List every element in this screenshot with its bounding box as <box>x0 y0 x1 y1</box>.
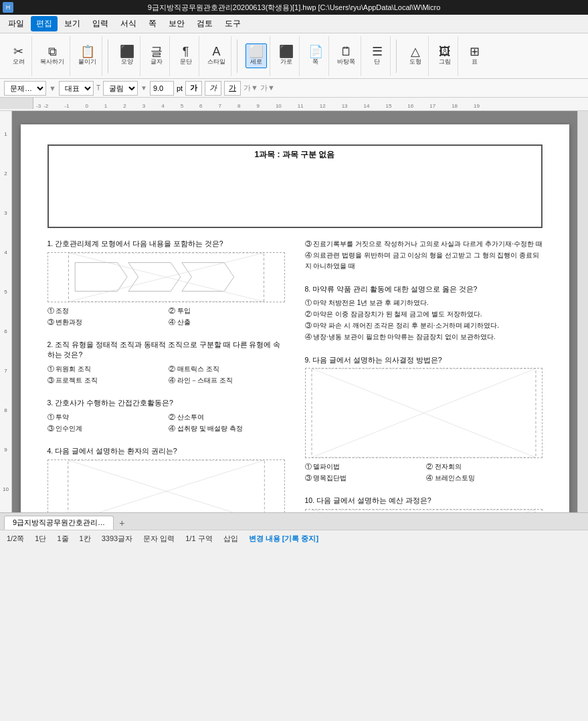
question-4-figure <box>47 459 285 512</box>
tab-bar: 9급지방직공무원간호관리… + <box>0 512 588 530</box>
menu-file[interactable]: 파일 <box>3 16 29 31</box>
page-icon: 📄 <box>308 45 323 58</box>
paste-label: 붙이기 <box>78 58 96 66</box>
char-group: 글 글자 <box>143 36 170 76</box>
menu-page[interactable]: 쪽 <box>143 16 162 31</box>
status-input-mode: 문자 입력 <box>143 534 175 544</box>
status-column: 1단 <box>35 534 46 544</box>
cont-item-4: ④ 의료관련 법령을 위반하며 금고 이상의 형을 선고받고 그 형의 집행이 … <box>305 250 543 272</box>
style-button[interactable]: А 스타일 <box>205 44 228 68</box>
bold-button[interactable]: 가 <box>185 81 202 96</box>
tab-0[interactable]: 9급지방직공무원간호관리… <box>4 516 114 530</box>
italic-button[interactable]: 가 <box>205 81 221 96</box>
style-btn-group: А 스타일 <box>202 36 231 76</box>
question-3: 3. 간호사가 수행하는 간접간호활동은? ① 투약 ② 산소투여 ③ 인수인계… <box>47 398 285 434</box>
picture-group: 🖼 그림 <box>431 36 458 76</box>
ruler-label: 10 <box>276 103 282 109</box>
page-button[interactable]: 📄 쪽 <box>306 44 326 68</box>
copy-label: 복사하기 <box>40 58 64 66</box>
opt-9-3: ③ 명목집단법 <box>305 472 421 484</box>
ruler-label: 17 <box>429 103 435 109</box>
bg-page-label: 바탕쪽 <box>337 58 355 66</box>
cont-item-3: ③ 진료기록부를 거짓으로 작성하거나 고의로 사실과 다르게 추가기재·수정한… <box>305 239 543 249</box>
column-button[interactable]: ☰ 단 <box>369 44 385 68</box>
opt-1-4: ④ 산출 <box>169 316 285 328</box>
ruler-label: -2 <box>43 103 48 109</box>
question-1-options: ① 조정 ② 투입 ③ 변환과정 ④ 산출 <box>47 305 285 328</box>
left-column: 1. 간호관리체계 모형에서 다음 내용을 포함하는 것은? <box>47 239 285 512</box>
status-change-mode: 변경 내용 [기록 중지] <box>249 534 319 544</box>
menu-input[interactable]: 입력 <box>87 16 114 31</box>
para-label: 문단 <box>180 58 192 66</box>
shape-draw-button[interactable]: △ 도형 <box>407 44 424 68</box>
style-arrow: ▼ <box>49 84 56 92</box>
menu-format[interactable]: 서식 <box>115 16 142 31</box>
font-arrow: ▼ <box>140 84 147 92</box>
copy-button[interactable]: ⧉ 복사하기 <box>37 44 67 68</box>
opt-2-4: ④ 라인－스태프 조직 <box>169 375 285 386</box>
cut-icon: ✂ <box>13 45 23 58</box>
ruler-label: 6 <box>199 103 202 109</box>
table-icon: ⊞ <box>470 45 480 58</box>
menu-security[interactable]: 보안 <box>163 16 190 31</box>
picture-button[interactable]: 🖼 그림 <box>436 44 454 68</box>
ruler-label: 9 <box>256 103 259 109</box>
opt-8-3: ③ 마약 파손 시 깨어진 조각은 정리 후 분리·소거하며 폐기하였다. <box>305 320 543 331</box>
question-3-title: 3. 간호사가 수행하는 간접간호활동은? <box>47 398 285 409</box>
clipboard-group: ✂ 오려 <box>5 36 32 76</box>
menu-edit[interactable]: 편집 <box>31 16 58 31</box>
menu-tools[interactable]: 도구 <box>219 16 246 31</box>
char-label: 글자 <box>151 58 163 66</box>
menu-review[interactable]: 검토 <box>191 16 218 31</box>
left-panel: 1 2 3 4 5 6 7 8 9 10 11 12 13 14 15 16 1… <box>0 111 12 512</box>
ruler-label: 14 <box>364 103 370 109</box>
opt-8-1: ① 마약 처방전은 1년 보관 후 폐기하였다. <box>305 298 543 308</box>
shape-draw-group: △ 도형 <box>402 36 429 76</box>
doc-scroll[interactable]: 1과목 : 과목 구분 없음 1. 간호관리체계 모형에서 다음 내용을 포함하… <box>12 111 577 512</box>
continuation: ③ 진료기록부를 거짓으로 작성하거나 고의로 사실과 다르게 추가기재·수정한… <box>305 239 543 272</box>
shape-draw-label: 도형 <box>409 58 421 66</box>
horizontal-icon: ⬛ <box>279 45 294 58</box>
bg-page-button[interactable]: 🗒 바탕쪽 <box>334 44 358 68</box>
question-2-options: ① 위원회 조직 ② 매트릭스 조직 ③ 프로젝트 조직 ④ 라인－스태프 조직 <box>47 363 285 386</box>
opt-8-2: ② 마약은 이중 잠금장치가 된 철제 금고에 별도 저장하였다. <box>305 309 543 320</box>
status-insert: 삽입 <box>223 534 238 544</box>
table-button[interactable]: ⊞ 표 <box>467 44 482 68</box>
menu-view[interactable]: 보기 <box>59 16 86 31</box>
ruler-label: 19 <box>474 103 480 109</box>
pt-label: pt <box>177 84 183 92</box>
shape-label: 모양 <box>121 58 133 66</box>
vertical-label: 세로 <box>250 58 262 66</box>
opt-1-2: ② 투입 <box>169 305 285 316</box>
ruler-label: -3 <box>36 103 41 109</box>
cut-button[interactable]: ✂ 오려 <box>10 44 27 68</box>
para-group: ¶ 문단 <box>173 36 199 76</box>
horizontal-button[interactable]: ⬛ 가로 <box>276 44 296 68</box>
copy-group: ⧉ 복사하기 <box>35 36 70 76</box>
para-button[interactable]: ¶ 문단 <box>177 44 195 68</box>
bg-page-icon: 🗒 <box>340 45 353 58</box>
app-icon: H <box>3 2 13 13</box>
underline-button[interactable]: 가 <box>224 81 241 96</box>
tab-add-button[interactable]: + <box>115 516 128 530</box>
paste-button[interactable]: 📋 붙이기 <box>76 44 99 68</box>
font-family-select[interactable]: 대표 <box>59 81 94 96</box>
column-label: 단 <box>374 58 380 66</box>
style-select[interactable]: 문제… <box>4 81 46 96</box>
font-name-select[interactable]: 굴림 <box>103 81 138 96</box>
font-size-input[interactable] <box>150 81 174 96</box>
question-9: 9. 다음 글에서 설명하는 의사결정 방법은? ① 델파이법 ② 전자회의 ③… <box>305 355 543 484</box>
question-4: 4. 다음 글에서 설명하는 환자의 권리는? ① 진료받을 권리 ② 비밀을 … <box>47 446 285 512</box>
question-9-figure <box>305 368 543 458</box>
question-8-title: 8. 마약류 약품 관리 활동에 대한 설명으로 옳은 것은? <box>305 284 543 295</box>
ruler-label: 16 <box>407 103 413 109</box>
ruler-label: 2 <box>123 103 126 109</box>
cut-label: 오려 <box>13 58 25 66</box>
scrollbar[interactable] <box>577 111 588 512</box>
vertical-button[interactable]: ⬜ 세로 <box>246 43 267 68</box>
question-10-figure <box>305 509 543 512</box>
char-button[interactable]: 글 글자 <box>148 44 165 68</box>
opt-3-1: ① 투약 <box>47 411 164 423</box>
page-title: 1과목 : 과목 구분 없음 <box>47 144 543 228</box>
shape-button[interactable]: ⬛ 모양 <box>117 44 137 68</box>
